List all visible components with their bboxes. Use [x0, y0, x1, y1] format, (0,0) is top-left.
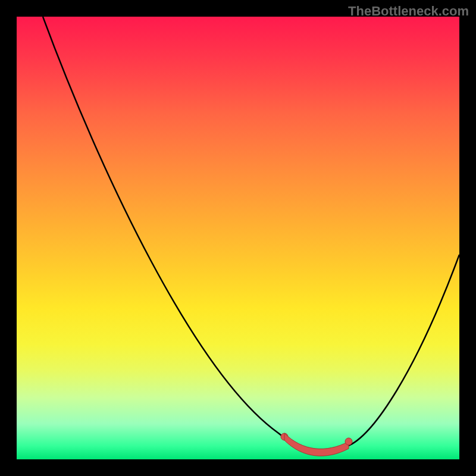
optimal-marker-end: [345, 438, 352, 445]
watermark-text: TheBottleneck.com: [348, 4, 469, 19]
curve-path: [43, 17, 459, 452]
plot-area: [17, 17, 459, 459]
optimal-range-fill: [284, 433, 349, 456]
chart-container: TheBottleneck.com: [0, 0, 476, 476]
bottleneck-curve: [17, 17, 459, 459]
